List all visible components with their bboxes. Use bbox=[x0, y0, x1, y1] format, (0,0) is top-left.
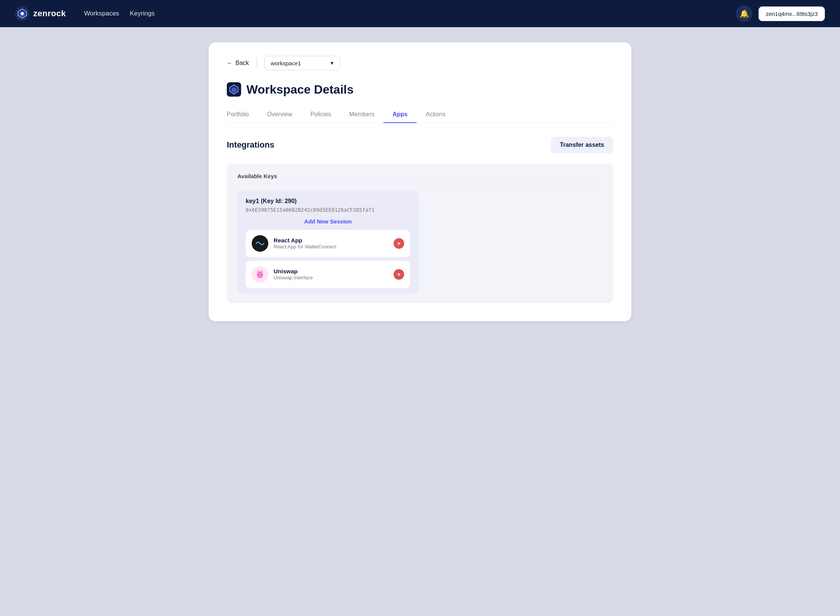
svg-point-10 bbox=[259, 274, 260, 274]
react-app-info: React App React App for WalletConnect bbox=[274, 237, 388, 249]
tab-portfolio[interactable]: Portfolio bbox=[227, 107, 258, 123]
key-card: key1 (Key Id: 290) 0x6E39075E15a0082B242… bbox=[237, 190, 418, 294]
react-app-name: React App bbox=[274, 237, 388, 244]
back-arrow-icon: ← bbox=[227, 60, 233, 66]
page-title: Workspace Details bbox=[246, 83, 354, 97]
tab-members[interactable]: Members bbox=[340, 107, 384, 123]
back-button[interactable]: ← Back bbox=[227, 60, 249, 66]
zenrock-logo-icon bbox=[15, 6, 29, 21]
uniswap-info: Uniswap Uniswap Interface bbox=[274, 268, 388, 280]
top-bar: ← Back workspace1 ▾ bbox=[227, 56, 613, 70]
page-title-row: Workspace Details bbox=[227, 82, 613, 97]
available-keys-box: Available Keys key1 (Key Id: 290) 0x6E39… bbox=[227, 164, 613, 303]
logo: zenrock bbox=[15, 6, 66, 21]
top-bar-divider bbox=[257, 58, 257, 68]
react-app-logo bbox=[252, 235, 268, 252]
navbar-right: 🔔 zen1q4mx...69ts3jz3 bbox=[736, 5, 825, 22]
session-uniswap: Uniswap Uniswap Interface × bbox=[246, 261, 410, 288]
svg-point-7 bbox=[257, 271, 263, 278]
workspace-value: workspace1 bbox=[271, 60, 301, 66]
transfer-assets-button[interactable]: Transfer assets bbox=[551, 137, 613, 153]
uniswap-logo bbox=[252, 266, 268, 283]
notification-button[interactable]: 🔔 bbox=[736, 5, 752, 22]
uniswap-name: Uniswap bbox=[274, 268, 388, 275]
remove-uniswap-button[interactable]: × bbox=[394, 269, 404, 280]
tab-overview[interactable]: Overview bbox=[258, 107, 302, 123]
nav-workspaces[interactable]: Workspaces bbox=[84, 10, 119, 17]
available-keys-title: Available Keys bbox=[237, 173, 603, 184]
tab-policies[interactable]: Policies bbox=[301, 107, 340, 123]
react-app-logo-icon bbox=[254, 238, 266, 249]
add-new-session-link[interactable]: Add New Session bbox=[246, 218, 410, 225]
main-card: ← Back workspace1 ▾ Workspace Details Po… bbox=[209, 42, 631, 321]
uniswap-desc: Uniswap Interface bbox=[274, 275, 388, 280]
session-react-app: React App React App for WalletConnect × bbox=[246, 230, 410, 257]
page-background: ← Back workspace1 ▾ Workspace Details Po… bbox=[0, 27, 840, 616]
navbar-links: Workspaces Keyrings bbox=[84, 10, 155, 17]
react-app-desc: React App for WalletConnect bbox=[274, 244, 388, 249]
tab-apps[interactable]: Apps bbox=[383, 107, 417, 123]
remove-react-app-button[interactable]: × bbox=[394, 238, 404, 249]
svg-point-3 bbox=[21, 12, 24, 15]
wallet-address-button[interactable]: zen1q4mx...69ts3jz3 bbox=[758, 6, 825, 21]
back-label: Back bbox=[235, 60, 249, 66]
integrations-title: Integrations bbox=[227, 140, 274, 150]
svg-point-11 bbox=[261, 274, 262, 274]
bell-icon: 🔔 bbox=[740, 9, 749, 18]
workspace-selector[interactable]: workspace1 ▾ bbox=[265, 56, 340, 70]
nav-keyrings[interactable]: Keyrings bbox=[130, 10, 155, 17]
key-title: key1 (Key Id: 290) bbox=[246, 198, 410, 205]
tabs: Portfolio Overview Policies Members Apps… bbox=[227, 107, 613, 123]
key-address: 0x6E39075E15a0082B242c89d5EE8126aCF285fa… bbox=[246, 207, 410, 213]
navbar: zenrock Workspaces Keyrings 🔔 zen1q4mx..… bbox=[0, 0, 840, 27]
section-header: Integrations Transfer assets bbox=[227, 137, 613, 153]
workspace-icon bbox=[227, 82, 241, 97]
tab-actions[interactable]: Actions bbox=[417, 107, 454, 123]
chevron-down-icon: ▾ bbox=[331, 60, 334, 66]
logo-text: zenrock bbox=[33, 9, 66, 18]
uniswap-logo-icon bbox=[254, 268, 266, 281]
